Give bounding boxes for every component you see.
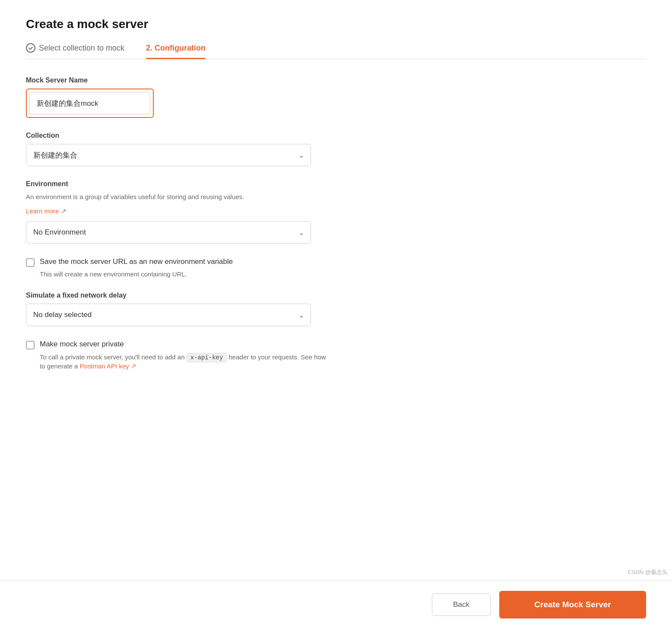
save-url-checkbox[interactable]	[26, 258, 35, 267]
postman-api-key-link[interactable]: Postman API key ↗	[80, 362, 136, 370]
learn-more-link[interactable]: Learn more ↗	[26, 207, 67, 215]
mock-name-inner	[29, 92, 150, 114]
environment-select-wrapper: No Environment ⌄	[26, 221, 311, 244]
back-button[interactable]: Back	[432, 593, 491, 616]
page-title: Create a mock server	[26, 17, 646, 31]
private-checkbox-row: Make mock server private	[26, 340, 328, 349]
mock-server-name-label: Mock Server Name	[26, 76, 328, 84]
network-delay-label: Simulate a fixed network delay	[26, 292, 328, 299]
tab-configuration[interactable]: 2. Configuration	[146, 44, 206, 59]
save-url-label: Save the mock server URL as an new envir…	[40, 257, 233, 266]
tabs-row: Select collection to mock 2. Configurati…	[26, 43, 646, 59]
mock-server-name-input[interactable]	[29, 92, 150, 114]
private-checkbox[interactable]	[26, 341, 35, 349]
learn-more-text: Learn more	[26, 207, 59, 215]
save-url-group: Save the mock server URL as an new envir…	[26, 257, 328, 278]
learn-more-arrow: ↗	[61, 207, 67, 215]
collection-select-wrapper: 新创建的集合 ⌄	[26, 144, 311, 166]
private-group: Make mock server private To call a priva…	[26, 340, 328, 370]
collection-group: Collection 新创建的集合 ⌄	[26, 132, 328, 166]
mock-name-highlight-border	[26, 89, 154, 118]
watermark: CSDN @极志头	[628, 568, 668, 576]
private-description: To call a private mock server, you'll ne…	[40, 353, 328, 370]
check-circle-icon	[26, 43, 35, 53]
environment-group: Environment An environment is a group of…	[26, 180, 328, 244]
tab-select-collection[interactable]: Select collection to mock	[26, 43, 124, 59]
environment-select[interactable]: No Environment	[26, 221, 311, 244]
collection-label: Collection	[26, 132, 328, 140]
network-delay-select-wrapper: No delay selected2G (300ms)3G (100ms)4G …	[26, 304, 311, 326]
network-delay-group: Simulate a fixed network delay No delay …	[26, 292, 328, 326]
create-mock-server-button[interactable]: Create Mock Server	[499, 591, 646, 618]
private-code-badge: x-api-key	[187, 353, 227, 362]
tab-select-collection-label: Select collection to mock	[39, 44, 124, 53]
environment-description: An environment is a group of variables u…	[26, 192, 328, 202]
save-url-checkbox-row: Save the mock server URL as an new envir…	[26, 257, 328, 267]
form-section: Mock Server Name Collection 新创建的集合 ⌄ Env…	[26, 76, 328, 384]
postman-link-text: Postman API key	[80, 362, 129, 370]
tab-configuration-label: 2. Configuration	[146, 44, 206, 53]
environment-label: Environment	[26, 180, 328, 188]
modal-container: Create a mock server Select collection t…	[0, 0, 672, 628]
private-desc-before: To call a private mock server, you'll ne…	[40, 353, 185, 361]
collection-select[interactable]: 新创建的集合	[26, 144, 311, 166]
postman-link-arrow: ↗	[131, 362, 136, 370]
mock-server-name-group: Mock Server Name	[26, 76, 328, 118]
footer-bar: Back Create Mock Server	[0, 580, 672, 628]
save-url-sublabel: This will create a new environment conta…	[40, 270, 328, 278]
network-delay-select[interactable]: No delay selected2G (300ms)3G (100ms)4G …	[26, 304, 311, 326]
private-label: Make mock server private	[40, 340, 124, 349]
